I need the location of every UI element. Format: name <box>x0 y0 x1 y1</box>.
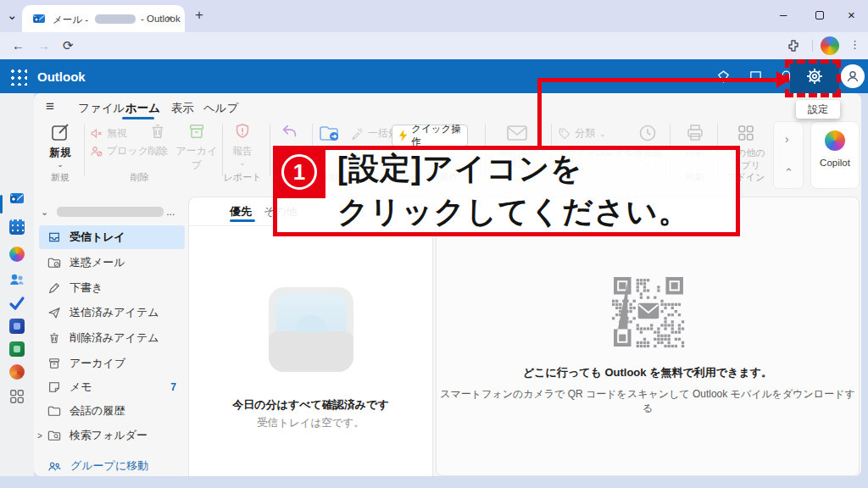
expand-chevron-icon[interactable]: > <box>37 431 42 441</box>
ribbon-overflow-chevron-icon[interactable]: › <box>785 132 789 146</box>
empty-inbox-illustration <box>269 287 353 372</box>
instruction-line2: クリックしてください。 <box>337 191 689 233</box>
read-unread-button[interactable] <box>505 123 529 147</box>
folder-label: アーカイブ <box>70 356 125 371</box>
tab-focused[interactable]: 優先 <box>230 204 252 219</box>
rail-powerpoint-icon[interactable] <box>8 363 25 380</box>
folder-history[interactable]: 会話の履歴 <box>39 399 185 423</box>
report-button[interactable]: 報告 ⌄ <box>225 122 259 167</box>
folder-inbox[interactable]: 受信トレイ <box>39 225 185 249</box>
folder-junk[interactable]: 迷惑メール <box>39 251 185 274</box>
quick-steps-button[interactable]: クイック操作 <box>392 125 468 147</box>
shield-warning-icon <box>233 122 252 141</box>
app-launcher-icon[interactable] <box>8 67 27 86</box>
callout-connector-vertical <box>537 78 542 147</box>
qr-code <box>612 275 685 348</box>
drafts-icon <box>47 281 61 295</box>
browser-profile-avatar[interactable] <box>821 36 839 55</box>
reply-arrow-icon <box>281 122 299 141</box>
people-group-icon <box>47 459 62 474</box>
move-to-button[interactable] <box>319 124 341 147</box>
menu-tab-help[interactable]: ヘルプ <box>203 101 238 116</box>
rail-excel-icon[interactable] <box>8 341 25 358</box>
tab-search-icon[interactable]: ⌄ <box>7 8 18 23</box>
account-avatar[interactable] <box>841 64 865 88</box>
folder-label: 受信トレイ <box>70 230 125 245</box>
sweep-icon <box>351 127 364 140</box>
window-close-button[interactable]: × <box>848 8 855 22</box>
extensions-icon[interactable] <box>787 39 800 53</box>
promo-title: どこに行っても Outlook を無料で利用できます。 <box>437 365 859 380</box>
rail-people-icon[interactable] <box>8 271 25 288</box>
sent-icon <box>47 306 61 319</box>
folder-label: 会話の履歴 <box>70 403 125 419</box>
rail-todo-icon[interactable] <box>8 295 25 312</box>
ribbon-divider <box>84 124 85 176</box>
folder-notes[interactable]: メモ 7 <box>39 375 185 399</box>
outlook-header: Outlook <box>0 59 868 93</box>
window-maximize-button[interactable] <box>815 11 824 19</box>
account-chevron-icon[interactable]: ⌄ <box>41 207 48 218</box>
rail-copilot-icon[interactable] <box>8 246 25 263</box>
block-icon <box>90 145 103 158</box>
folder-sent[interactable]: 送信済みアイテム <box>39 301 185 324</box>
folder-drafts[interactable]: 下書き <box>39 276 185 300</box>
browser-toolbar: ← → ⟳ outlook.live.com/mail/ ☆ <box>0 32 868 59</box>
folder-label: 検索フォルダー <box>70 428 147 443</box>
browser-menu-icon[interactable]: ⋮ <box>849 38 860 51</box>
trash-icon <box>47 331 61 345</box>
folder-archive[interactable]: アーカイブ <box>39 352 185 375</box>
archive-label: アーカイブ <box>173 144 220 173</box>
archive-button[interactable]: アーカイブ <box>173 122 220 173</box>
focused-tab-underline <box>230 219 255 222</box>
new-mail-button[interactable]: 新規 ⌄ <box>41 122 80 169</box>
delete-button[interactable]: 削除 <box>141 122 175 158</box>
rail-calendar-icon[interactable] <box>8 219 25 236</box>
bottom-band <box>0 476 868 488</box>
window-minimize-button[interactable]: – <box>780 7 787 21</box>
ignore-label: 無視 <box>107 126 127 141</box>
report-label: 報告 <box>225 144 259 158</box>
account-row[interactable]: ⌄ ... <box>41 206 175 218</box>
reading-pane: どこに行っても Outlook を無料で利用できます。 スマートフォンのカメラで… <box>436 197 860 476</box>
app-title: Outlook <box>37 69 86 84</box>
tab-title-prefix: メール - <box>53 14 88 26</box>
settings-highlight-box <box>785 59 841 97</box>
tab-close-icon[interactable]: × <box>166 12 173 25</box>
go-to-groups-link[interactable]: グループに移動 <box>39 454 185 478</box>
printer-icon <box>685 123 705 143</box>
account-ellipsis: ... <box>166 206 175 218</box>
menu-tab-file[interactable]: ファイル <box>78 101 125 116</box>
ignore-button[interactable]: 無視 <box>90 126 127 141</box>
tab-title-suffix: - Outlook <box>141 14 181 24</box>
refresh-button[interactable]: ⟳ <box>63 38 74 53</box>
folder-icon <box>47 404 61 418</box>
browser-tab[interactable]: メール - - Outlook × <box>22 5 185 32</box>
lightning-icon <box>398 130 408 141</box>
rail-word-icon[interactable] <box>8 318 25 335</box>
new-mail-chevron-icon[interactable]: ⌄ <box>41 160 80 169</box>
copilot-button[interactable]: Copilot <box>810 121 860 189</box>
categorize-button[interactable]: 分類 ⌄ <box>558 126 606 141</box>
tab-title-blurred <box>95 14 136 24</box>
rail-mail-icon[interactable] <box>8 190 25 207</box>
screen: ⌄ メール - - Outlook × + – × ← → ⟳ <box>0 0 868 488</box>
menu-tab-home[interactable]: ホーム <box>125 101 160 116</box>
new-tab-button[interactable]: + <box>195 7 203 24</box>
ribbon-collapse-icon[interactable]: ⌃ <box>784 166 793 179</box>
envelope-icon <box>505 123 529 143</box>
step-badge: 1 <box>273 146 326 198</box>
trash-icon <box>148 122 167 141</box>
back-button[interactable]: ← <box>12 38 25 53</box>
rail-more-apps-icon[interactable] <box>8 388 25 405</box>
ribbon-hamburger-icon[interactable]: ≡ <box>46 98 54 115</box>
instruction-line1: [設定]アイコンを <box>337 148 582 190</box>
forward-button[interactable]: → <box>37 38 50 53</box>
folder-label: 送信済みアイテム <box>70 305 159 320</box>
account-name-blurred <box>57 207 164 217</box>
folder-search-folders[interactable]: > 検索フォルダー <box>34 424 185 447</box>
folder-deleted[interactable]: 削除済みアイテム <box>39 326 185 350</box>
move-folder-icon <box>319 124 341 144</box>
quick-steps-label: クイック操作 <box>411 123 467 148</box>
menu-tab-view[interactable]: 表示 <box>171 101 194 116</box>
